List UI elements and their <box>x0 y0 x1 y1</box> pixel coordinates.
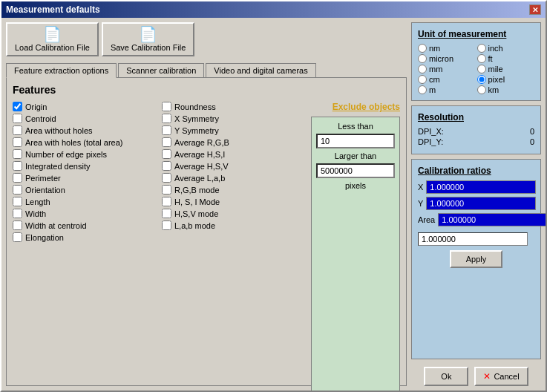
dpi-y-value: 0 <box>530 137 534 146</box>
list-item: nm <box>418 44 476 53</box>
unit-cm-radio[interactable] <box>418 75 427 84</box>
list-item: mm <box>418 65 476 74</box>
window-body: 📄 Load Calibration File 📄 Save Calibrati… <box>1 18 546 391</box>
list-item: H, S, I Mode <box>162 197 305 206</box>
roundness-checkbox[interactable] <box>162 102 171 111</box>
num-edge-pixels-label: Number of edge pixels <box>25 150 107 159</box>
hsi-mode-label: H, S, I Mode <box>174 197 220 206</box>
unit-mile-label: mile <box>488 65 503 74</box>
width-label: Width <box>25 209 46 218</box>
calib-x-input[interactable] <box>426 180 536 194</box>
cancel-icon: ✕ <box>483 371 491 382</box>
area-no-holes-checkbox[interactable] <box>13 125 22 135</box>
length-checkbox[interactable] <box>13 197 22 206</box>
close-button[interactable]: ✕ <box>529 4 541 15</box>
dpi-y-row: DPI_Y: 0 <box>418 137 534 146</box>
list-item: Average H,S,I <box>162 149 305 159</box>
origin-checkbox[interactable] <box>13 102 22 111</box>
less-than-input[interactable]: 10 <box>316 134 395 148</box>
integrated-density-label: Integrated density <box>25 162 90 171</box>
load-calibration-button[interactable]: 📄 Load Calibration File <box>6 22 99 56</box>
larger-than-input[interactable]: 5000000 <box>316 163 395 178</box>
perimeter-checkbox[interactable] <box>13 173 22 183</box>
unit-title: Unit of measurement <box>418 29 534 39</box>
avg-hsv-checkbox[interactable] <box>162 161 171 171</box>
exclude-objects-button[interactable]: Exclude objects <box>333 102 400 112</box>
unit-inch-radio[interactable] <box>477 44 486 53</box>
list-item: ft <box>477 54 535 63</box>
list-item: Origin <box>13 102 156 111</box>
unit-m-label: m <box>429 85 436 94</box>
hsv-mode-checkbox[interactable] <box>162 209 171 218</box>
tab-video-digital[interactable]: Video and digital cameras <box>206 63 315 78</box>
list-item: Y Symmetry <box>162 125 305 135</box>
ok-cancel-row: Ok ✕ Cancel <box>411 367 541 386</box>
list-item: cm <box>418 75 476 84</box>
calib-y-input[interactable] <box>426 197 536 210</box>
list-item: Area with holes (total area) <box>13 137 156 147</box>
unit-ft-radio[interactable] <box>477 54 486 63</box>
unit-ft-label: ft <box>488 54 493 63</box>
x-symmetry-checkbox[interactable] <box>162 114 171 123</box>
avg-hsv-label: Average H,S,V <box>174 162 229 171</box>
y-symmetry-checkbox[interactable] <box>162 125 171 135</box>
width-checkbox[interactable] <box>13 209 22 218</box>
cancel-button[interactable]: ✕ Cancel <box>474 367 528 386</box>
unit-mile-radio[interactable] <box>477 65 486 74</box>
features-section: Origin Centroid Area without holes <box>13 102 400 391</box>
list-item: R,G,B mode <box>162 185 305 195</box>
width-centroid-label: Width at centroid <box>25 221 87 230</box>
lab-mode-checkbox[interactable] <box>162 220 171 230</box>
elongation-checkbox[interactable] <box>13 232 22 242</box>
resolution-title: Resolution <box>418 112 534 122</box>
avg-rgb-label: Average R,G,B <box>174 138 229 147</box>
ok-button[interactable]: Ok <box>424 367 468 386</box>
orientation-checkbox[interactable] <box>13 185 22 195</box>
hsi-mode-checkbox[interactable] <box>162 197 171 206</box>
unit-m-radio[interactable] <box>418 85 427 94</box>
rgb-mode-checkbox[interactable] <box>162 185 171 195</box>
tab-feature-extraction[interactable]: Feature extraction options <box>6 63 117 78</box>
width-centroid-checkbox[interactable] <box>13 220 22 230</box>
length-label: Length <box>25 197 50 206</box>
avg-lab-checkbox[interactable] <box>162 173 171 183</box>
unit-micron-radio[interactable] <box>418 54 427 63</box>
calibration-panel: Calibration ratios X Y Area Apply <box>411 159 541 359</box>
apply-button[interactable]: Apply <box>450 250 503 268</box>
list-item: L,a,b mode <box>162 220 305 230</box>
list-item: Roundness <box>162 102 305 111</box>
features-col1: Origin Centroid Area without holes <box>13 102 156 391</box>
calib-extra-input[interactable] <box>418 232 528 246</box>
list-item: X Symmetry <box>162 114 305 123</box>
y-symmetry-label: Y Symmetry <box>174 126 219 135</box>
unit-nm-radio[interactable] <box>418 44 427 53</box>
unit-radio-group: nm inch micron ft <box>418 44 534 94</box>
centroid-checkbox[interactable] <box>13 114 22 123</box>
list-item: Width <box>13 209 156 218</box>
avg-hsi-checkbox[interactable] <box>162 149 171 159</box>
features-col3: Exclude objects Less than 10 Larger than… <box>311 102 400 391</box>
unit-mm-radio[interactable] <box>418 65 427 74</box>
calib-area-input[interactable] <box>438 213 546 226</box>
list-item: Average R,G,B <box>162 137 305 147</box>
list-item: Length <box>13 197 156 206</box>
tab-scanner-calibration[interactable]: Scanner calibration <box>118 63 204 78</box>
calibration-title: Calibration ratios <box>418 166 534 176</box>
unit-km-radio[interactable] <box>477 85 486 94</box>
num-edge-pixels-checkbox[interactable] <box>13 149 22 159</box>
unit-pixel-label: pixel <box>488 75 505 84</box>
centroid-label: Centroid <box>25 114 56 123</box>
integrated-density-checkbox[interactable] <box>13 161 22 171</box>
tabs: Feature extraction options Scanner calib… <box>6 62 407 77</box>
list-item: km <box>477 85 535 94</box>
save-calibration-button[interactable]: 📄 Save Calibration File <box>102 22 195 56</box>
unit-pixel-radio[interactable] <box>477 75 486 84</box>
list-item: Width at centroid <box>13 220 156 230</box>
avg-rgb-checkbox[interactable] <box>162 137 171 147</box>
left-panel: 📄 Load Calibration File 📄 Save Calibrati… <box>6 22 407 386</box>
unit-km-label: km <box>488 85 499 94</box>
rgb-mode-label: R,G,B mode <box>174 186 220 195</box>
calib-area-label: Area <box>418 215 435 224</box>
area-holes-checkbox[interactable] <box>13 137 22 147</box>
avg-lab-label: Average L,a,b <box>174 174 225 183</box>
